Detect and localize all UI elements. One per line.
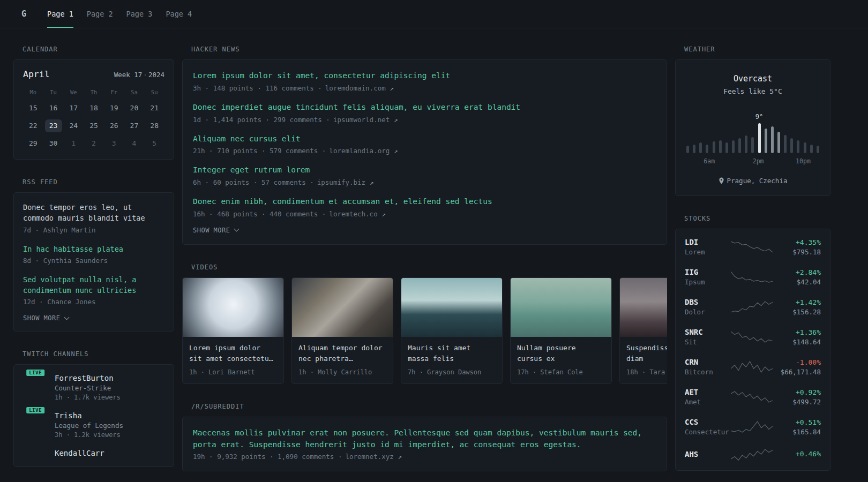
hn-meta-text: 16h · 468 points · 440 comments ·	[193, 210, 326, 218]
stock-price: $148.64	[773, 338, 821, 346]
dashboard: CALENDAR April Week 17·2024 Mo Tu We Th …	[0, 28, 868, 471]
live-badge: LIVE	[25, 368, 46, 377]
video-card[interactable]: Mauris sit amet massa felis 7h · Grayson…	[401, 277, 503, 384]
dow-we: We	[70, 89, 77, 95]
external-link-icon: ↗	[370, 178, 374, 186]
hn-item: Donec enim nibh, condimentum et accumsan…	[193, 196, 656, 218]
video-title: Lorem ipsum dolor sit amet consectetu…	[183, 337, 283, 364]
rss-meta: 8d · Cynthia Saunders	[23, 257, 164, 265]
page-tabs: Page 1 Page 2 Page 3 Page 4	[47, 0, 192, 28]
hn-domain-link[interactable]: loremlandia.org ↗	[329, 147, 398, 155]
rss-headline[interactable]: Sed volutpat nulla nisl, a condimentum n…	[23, 274, 164, 296]
stock-symbol: CRN	[685, 358, 731, 366]
calendar-day: 16	[45, 102, 62, 115]
hn-meta-text: 1d · 1,414 points · 299 comments ·	[193, 116, 330, 124]
twitch-widget: LIVE ForrestBurton Counter-Strike 1h · 1…	[13, 364, 174, 467]
hn-headline[interactable]: Integer eget rutrum lorem	[193, 164, 656, 176]
tab-page-1[interactable]: Page 1	[47, 0, 73, 28]
video-meta: 1h · Molly Carrillo	[292, 364, 393, 383]
separator-dot: ·	[142, 71, 148, 79]
stock-change: +2.84%	[773, 268, 821, 276]
calendar-day-next-month: 4	[125, 137, 143, 150]
calendar-day: 28	[146, 119, 163, 132]
calendar-day: 17	[65, 102, 82, 115]
calendar-days-grid: 15 16 17 18 19 20 21 22 23 24 25 26 27 2…	[23, 102, 164, 150]
dow-th: Th	[91, 89, 98, 95]
stock-sparkline	[731, 390, 773, 404]
hour-label: 2pm	[753, 157, 764, 165]
stock-row[interactable]: IIG Ipsum +2.84% $42.04	[685, 268, 821, 286]
calendar-day: 25	[85, 119, 102, 132]
hn-domain-link[interactable]: loremtech.co ↗	[329, 210, 385, 218]
reddit-domain-link[interactable]: loremnet.xyz ↗	[345, 453, 401, 461]
calendar-day: 20	[125, 102, 143, 115]
stock-row[interactable]: AHS +0.46%	[685, 448, 821, 462]
video-card[interactable]: Nullam posuere cursus ex 17h · Stefan Co…	[510, 277, 612, 384]
stock-row[interactable]: DBS Dolor +1.42% $156.28	[685, 298, 821, 316]
hn-meta-text: 21h · 710 points · 579 comments ·	[193, 147, 326, 155]
hn-meta: 6h · 60 points · 57 comments ·ipsumify.b…	[193, 178, 656, 186]
twitch-channel-row[interactable]: KendallCarr	[23, 449, 164, 457]
location-pin-icon	[719, 177, 724, 184]
stock-sparkline	[731, 270, 773, 284]
reddit-post-headline[interactable]: Maecenas mollis pulvinar erat non posuer…	[193, 427, 656, 451]
stock-row[interactable]: SNRC Sit +1.36% $148.64	[685, 328, 821, 346]
external-link-icon: ↗	[394, 147, 398, 155]
calendar-day-next-month: 1	[65, 137, 82, 150]
dow-su: Su	[151, 89, 158, 95]
right-column: WEATHER Overcast Feels like 5°C 9° 6am 2…	[675, 46, 830, 471]
twitch-channel-name: KendallCarr	[55, 449, 104, 457]
hn-meta: 16h · 468 points · 440 comments ·loremte…	[193, 210, 656, 218]
video-thumbnail	[183, 278, 283, 337]
tab-page-3[interactable]: Page 3	[126, 0, 153, 28]
video-thumbnail	[292, 278, 393, 337]
stock-change: +4.35%	[773, 238, 821, 246]
stock-change: +0.51%	[773, 418, 821, 426]
calendar-day: 26	[106, 119, 123, 132]
live-badge: LIVE	[25, 406, 46, 415]
reddit-post: Maecenas mollis pulvinar erat non posuer…	[193, 427, 656, 461]
stock-change: +0.46%	[773, 450, 821, 458]
weather-section-title: WEATHER	[684, 46, 830, 53]
hn-headline[interactable]: Aliquam nec cursus elit	[193, 133, 656, 145]
rss-headline[interactable]: In hac habitasse platea	[23, 244, 164, 254]
videos-section: VIDEOS Lorem ipsum dolor sit amet consec…	[182, 263, 667, 384]
hn-item: Donec imperdiet augue tincidunt felis al…	[193, 102, 656, 124]
hn-domain-link[interactable]: ipsumify.biz ↗	[317, 178, 373, 186]
video-card[interactable]: Aliquam tempor dolor nec pharetra… 1h · …	[291, 277, 393, 384]
stock-price: $499.72	[773, 398, 821, 406]
calendar-day-headers: Mo Tu We Th Fr Sa Su	[23, 89, 164, 95]
stock-name: Dolor	[685, 308, 731, 316]
twitch-channel-row[interactable]: LIVE ForrestBurton Counter-Strike 1h · 1…	[23, 374, 164, 401]
tab-page-4[interactable]: Page 4	[166, 0, 192, 28]
hn-headline[interactable]: Lorem ipsum dolor sit amet, consectetur …	[193, 70, 656, 82]
hn-headline[interactable]: Donec enim nibh, condimentum et accumsan…	[193, 196, 656, 208]
tab-page-2[interactable]: Page 2	[87, 0, 113, 28]
calendar-day-next-month: 2	[85, 137, 102, 150]
stock-row[interactable]: AET Amet +0.92% $499.72	[685, 388, 821, 406]
video-card[interactable]: Suspendisse diam 18h · Tara	[619, 277, 667, 384]
hn-domain-link[interactable]: loremdomain.com ↗	[325, 84, 394, 92]
calendar-widget: April Week 17·2024 Mo Tu We Th Fr Sa Su …	[13, 59, 174, 160]
stock-row[interactable]: LDI Lorem +4.35% $795.18	[685, 238, 821, 256]
rss-show-more-button[interactable]: SHOW MORE	[23, 314, 69, 322]
hn-meta: 1d · 1,414 points · 299 comments ·ipsumw…	[193, 116, 656, 124]
video-thumbnail	[620, 278, 667, 337]
stock-price: $795.18	[773, 248, 821, 256]
hn-headline[interactable]: Donec imperdiet augue tincidunt felis al…	[193, 102, 656, 114]
external-link-icon: ↗	[381, 210, 386, 218]
stock-symbol: SNRC	[685, 328, 731, 336]
hacker-news-section: HACKER NEWS Lorem ipsum dolor sit amet, …	[182, 46, 667, 245]
rss-headline[interactable]: Donec tempor eros leo, ut commodo mauris…	[23, 202, 164, 224]
hn-domain-link[interactable]: ipsumworld.net ↗	[333, 116, 398, 124]
video-card[interactable]: Lorem ipsum dolor sit amet consectetu… 1…	[182, 277, 284, 384]
hn-show-more-button[interactable]: SHOW MORE	[193, 227, 238, 234]
stock-name: Consectetur	[685, 428, 731, 436]
stock-row[interactable]: CRN Bitcorn -1.00% $66,171.48	[685, 358, 821, 376]
video-meta: 1h · Lori Barnett	[183, 364, 283, 383]
hn-item: Integer eget rutrum lorem 6h · 60 points…	[193, 164, 656, 186]
twitch-channel-name: Trisha	[55, 411, 123, 420]
twitch-channel-row[interactable]: LIVE Trisha League of Legends 3h · 1.2k …	[23, 411, 164, 439]
stock-row[interactable]: CCS Consectetur +0.51% $165.84	[685, 418, 821, 436]
stock-sparkline	[731, 360, 773, 374]
